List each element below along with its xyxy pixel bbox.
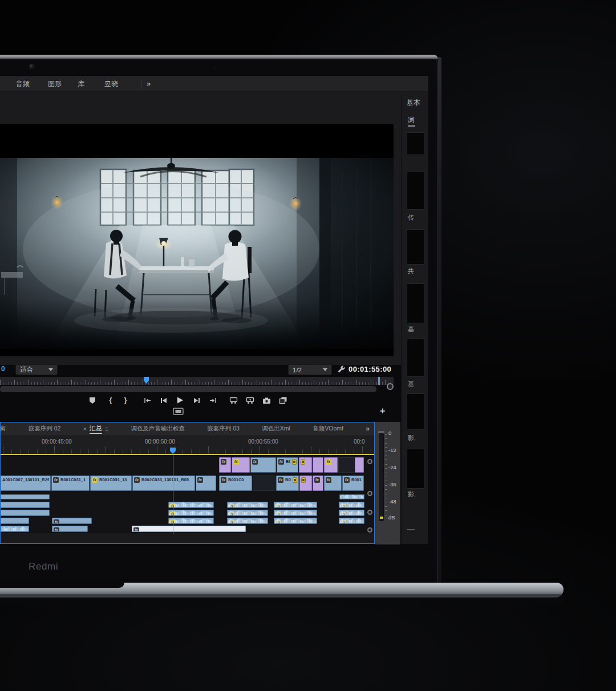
timeline-clip[interactable]: [313, 457, 323, 473]
monitor-scrub-ruler[interactable]: [0, 377, 394, 385]
timeline-clip[interactable]: fx: [196, 475, 216, 491]
tab-graphics[interactable]: 图形: [48, 76, 62, 92]
step-back-button[interactable]: [159, 395, 169, 406]
template-thumbnail[interactable]: [407, 283, 424, 323]
fx-badge[interactable]: fx: [326, 459, 331, 465]
go-to-in-button[interactable]: [142, 395, 152, 406]
timeline-clip[interactable]: [338, 457, 354, 473]
template-thumbnail[interactable]: [407, 393, 424, 429]
fx-badge[interactable]: fx: [133, 527, 139, 532]
timeline-tab-color-xml[interactable]: 调色出Xml: [262, 425, 290, 433]
timeline-clip[interactable]: fx: [168, 502, 214, 508]
timeline-clip[interactable]: fx: [168, 510, 214, 516]
timeline-ruler[interactable]: 00:00:45:00 00:00:50:00 00:00:55:00 00:0: [1, 435, 374, 454]
right-panel-browse-tab[interactable]: 浏: [408, 116, 415, 124]
timeline-clip[interactable]: fx: [52, 526, 88, 532]
track-scroll-knob[interactable]: [367, 510, 372, 515]
track-scroll-knob[interactable]: [367, 459, 372, 464]
timeline-clip[interactable]: [1, 494, 50, 499]
timeline-clip[interactable]: fxB002C033_130101_R05: [132, 475, 195, 491]
timeline-tab-nested-02[interactable]: 嵌套序列 02: [29, 425, 61, 433]
timeline-clip[interactable]: fx: [313, 475, 323, 491]
fx-badge[interactable]: fx: [233, 459, 239, 465]
timeline-tab-audio-vo[interactable]: 音频VOomf: [313, 425, 343, 433]
tab-yuxiao[interactable]: 昱晓: [104, 76, 118, 92]
tab-overflow-chevron-icon[interactable]: »: [147, 76, 151, 92]
tab-audio[interactable]: 音频: [16, 76, 30, 92]
timeline-clip[interactable]: fx: [227, 518, 268, 524]
button-editor-button[interactable]: [173, 407, 184, 417]
track-scroll-knob[interactable]: [367, 527, 372, 533]
timeline-tab-overflow-chevron-icon[interactable]: »: [366, 425, 370, 433]
timeline-clip[interactable]: fx: [339, 510, 364, 516]
timeline-tab-color-check[interactable]: 调色及声音输出检查: [131, 425, 185, 433]
timeline-clip[interactable]: fxB001C031_1: [51, 475, 90, 491]
lift-button[interactable]: [228, 395, 238, 406]
step-forward-button[interactable]: [192, 395, 202, 406]
timeline-clip[interactable]: [299, 457, 312, 473]
timeline-clip[interactable]: [339, 494, 364, 499]
template-thumbnail[interactable]: [407, 449, 424, 489]
timeline-clip[interactable]: fxB001C051_13: [90, 475, 132, 491]
monitor-scrub-knob[interactable]: [387, 383, 394, 390]
monitor-settings-button[interactable]: [337, 365, 346, 376]
template-thumbnail[interactable]: [407, 132, 424, 155]
zoom-fit-select[interactable]: 适合: [15, 364, 58, 375]
fx-badge[interactable]: fx: [54, 527, 59, 532]
panel-menu-icon[interactable]: ≡: [105, 425, 108, 432]
timeline-clip[interactable]: fx: [52, 518, 92, 524]
timeline-clip[interactable]: fx: [324, 475, 342, 491]
fx-badge[interactable]: fx: [278, 459, 284, 465]
timeline-clip[interactable]: fx: [227, 502, 268, 508]
timeline-clip[interactable]: fx: [232, 457, 250, 473]
mark-in-button[interactable]: {: [106, 395, 116, 406]
timeline-clip[interactable]: fx: [274, 518, 317, 524]
close-icon[interactable]: ×: [83, 425, 87, 432]
tab-library[interactable]: 库: [78, 76, 84, 92]
timeline-clip[interactable]: A001C007_130101_R29: [1, 475, 51, 491]
mark-out-button[interactable]: }: [120, 395, 131, 406]
right-panel-tab[interactable]: 基本: [407, 98, 420, 108]
timeline-clip[interactable]: fx: [250, 457, 276, 473]
timeline-clip[interactable]: fx: [339, 518, 364, 524]
fx-badge[interactable]: fx: [134, 477, 140, 483]
timeline-clip[interactable]: fx: [324, 457, 338, 473]
timeline-clip[interactable]: fxB00: [276, 475, 299, 491]
fx-badge[interactable]: fx: [326, 477, 331, 483]
fx-badge[interactable]: fx: [314, 477, 320, 483]
template-thumbnail[interactable]: [407, 338, 424, 377]
monitor-horizontal-scrollbar[interactable]: [0, 386, 376, 392]
timeline-clip[interactable]: [1, 518, 29, 524]
timeline-clip[interactable]: fx: [227, 510, 268, 516]
timeline-clip[interactable]: fx: [339, 502, 364, 508]
timeline-clip[interactable]: [299, 475, 312, 491]
play-button[interactable]: [175, 395, 185, 406]
fx-badge[interactable]: fx: [92, 477, 98, 483]
timeline-clip[interactable]: [253, 475, 275, 491]
timeline-clip[interactable]: [1, 502, 50, 508]
fx-badge[interactable]: fx: [252, 459, 258, 465]
timeline-clip[interactable]: fx: [274, 510, 317, 516]
timeline-clip[interactable]: fx: [168, 518, 214, 524]
timeline-clip[interactable]: [1, 526, 29, 532]
timeline-tab-nested-03[interactable]: 嵌套序列 03: [207, 425, 240, 433]
track-scroll-knob[interactable]: [367, 491, 372, 496]
fx-badge[interactable]: fx: [221, 477, 226, 483]
fx-badge[interactable]: fx: [278, 477, 283, 483]
timeline-clip[interactable]: fxB00: [277, 457, 298, 473]
timeline-tab-active[interactable]: × 汇总 ≡: [83, 424, 108, 434]
extract-button[interactable]: [245, 395, 255, 406]
template-thumbnail[interactable]: [407, 171, 424, 210]
fx-badge[interactable]: fx: [53, 477, 59, 483]
fx-badge[interactable]: fx: [221, 459, 226, 465]
timeline-clip[interactable]: fx: [274, 502, 317, 508]
timeline-clip[interactable]: fxB001C0: [219, 475, 252, 491]
add-marker-button[interactable]: [87, 395, 98, 406]
fx-badge[interactable]: fx: [54, 519, 59, 524]
timeline-clip[interactable]: [355, 457, 364, 473]
timeline-clip[interactable]: fx: [132, 526, 246, 532]
timeline-clip[interactable]: fx: [219, 457, 231, 473]
go-to-out-button[interactable]: [208, 395, 218, 406]
fx-badge[interactable]: fx: [344, 477, 350, 483]
export-frame-button[interactable]: [261, 395, 271, 406]
